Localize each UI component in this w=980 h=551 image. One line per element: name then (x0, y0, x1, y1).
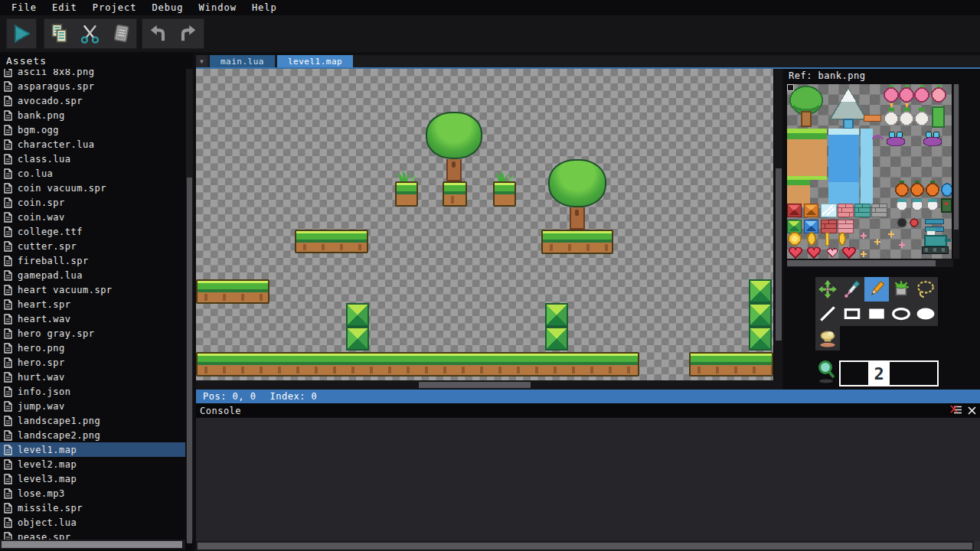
menu-help[interactable]: Help (245, 1, 284, 15)
tileset-viewport[interactable] (787, 84, 952, 259)
scrollbar-corner (974, 541, 980, 551)
asset-item[interactable]: asparagus.spr (0, 79, 185, 93)
asset-item-label: jump.wav (18, 401, 65, 412)
asset-item[interactable]: heart vacuum.spr (0, 282, 185, 297)
tileset-image[interactable] (787, 84, 952, 259)
tileset-horizontal-scrollbar[interactable] (787, 259, 953, 267)
asset-item[interactable]: heart.spr (0, 297, 185, 311)
asset-item[interactable]: college.ttf (0, 224, 185, 239)
tab-list-dropdown[interactable]: ▼ (196, 55, 207, 67)
asset-item[interactable]: coin.spr (0, 195, 185, 210)
lasso-icon (916, 279, 936, 299)
asset-item[interactable]: object.lua (0, 515, 185, 530)
asset-item[interactable]: landscape1.png (0, 413, 185, 428)
asset-item[interactable]: info.json (0, 384, 185, 399)
zoom-box-left-segment[interactable] (841, 362, 868, 385)
assets-vertical-scrollbar[interactable] (186, 69, 193, 540)
tool-ellipse-filled[interactable] (913, 302, 938, 326)
map-canvas[interactable] (196, 69, 773, 380)
paste-button[interactable] (106, 18, 136, 49)
file-icon (4, 357, 12, 368)
tool-line[interactable] (815, 302, 840, 326)
asset-item[interactable]: hero gray.spr (0, 326, 185, 341)
asset-item[interactable]: avocado.spr (0, 93, 185, 108)
tab-main-lua[interactable]: main.lua (210, 55, 275, 67)
asset-item-label: landscape2.png (18, 430, 100, 441)
asset-item[interactable]: level3.map (0, 471, 185, 486)
asset-item[interactable]: hero.spr (0, 355, 185, 370)
console-horizontal-scrollbar-thumb[interactable] (198, 543, 972, 549)
reference-panel: Ref: bank.png (785, 69, 980, 390)
tileset-vertical-scrollbar-thumb[interactable] (954, 84, 959, 230)
asset-item[interactable]: jump.wav (0, 399, 185, 413)
assets-horizontal-scrollbar-thumb[interactable] (2, 541, 182, 548)
canvas-vertical-scrollbar[interactable] (775, 69, 782, 380)
asset-item[interactable]: missile.spr (0, 500, 185, 515)
menu-edit[interactable]: Edit (45, 1, 84, 15)
tab-level1-map[interactable]: level1.map (277, 55, 353, 67)
copy-button[interactable] (44, 18, 75, 49)
asset-item[interactable]: bgm.ogg (0, 122, 185, 137)
asset-item[interactable]: landscape2.png (0, 428, 185, 442)
edit-button-group (44, 18, 137, 49)
asset-item[interactable]: hero.png (0, 341, 185, 355)
tool-eyedropper[interactable] (840, 277, 864, 302)
assets-vertical-scrollbar-thumb[interactable] (187, 178, 192, 543)
tile-cursor (787, 84, 794, 91)
asset-item[interactable]: level1.map (0, 442, 185, 457)
stamp-icon (818, 328, 838, 348)
file-icon (4, 125, 12, 135)
file-icon (4, 416, 12, 426)
tool-move[interactable] (815, 277, 840, 302)
undo-button[interactable] (142, 18, 173, 49)
tileset-horizontal-scrollbar-thumb[interactable] (787, 260, 936, 266)
asset-item[interactable]: character.lua (0, 137, 185, 152)
canvas-vertical-scrollbar-thumb[interactable] (776, 168, 782, 341)
asset-item[interactable]: cutter.spr (0, 239, 185, 253)
asset-item[interactable]: coin.wav (0, 210, 185, 224)
asset-item[interactable]: lose.mp3 (0, 486, 185, 500)
asset-item[interactable]: hurt.wav (0, 370, 185, 384)
tool-rect-filled[interactable] (864, 302, 889, 326)
asset-item-label: hero.png (18, 343, 65, 354)
asset-item[interactable]: bank.png (0, 108, 185, 122)
tool-ellipse-outline[interactable] (889, 302, 913, 326)
assets-horizontal-scrollbar[interactable] (0, 540, 185, 549)
zoom-level-box[interactable]: 2 (839, 360, 939, 386)
redo-button[interactable] (173, 18, 204, 49)
asset-item[interactable]: level2.map (0, 457, 185, 471)
asset-item[interactable]: co.lua (0, 166, 185, 181)
clear-log-icon[interactable] (950, 405, 962, 416)
asset-item[interactable]: heart.wav (0, 311, 185, 326)
canvas-horizontal-scrollbar-thumb[interactable] (419, 382, 531, 388)
tool-fill-bucket[interactable] (889, 277, 913, 302)
asset-item[interactable]: coin vacuum.spr (0, 181, 185, 195)
tab-bar: ▼ main.lua level1.map (196, 55, 980, 69)
asset-item-label: heart vacuum.spr (18, 285, 113, 295)
menu-debug[interactable]: Debug (145, 1, 190, 15)
file-icon (4, 154, 12, 165)
tool-lasso[interactable] (913, 277, 938, 302)
menu-window[interactable]: Window (192, 1, 243, 15)
asset-item[interactable]: fireball.spr (0, 253, 185, 268)
canvas-horizontal-scrollbar[interactable] (196, 380, 782, 390)
cut-button[interactable] (75, 18, 106, 49)
asset-item-label: lose.mp3 (18, 488, 65, 499)
file-icon (4, 430, 12, 441)
tileset-vertical-scrollbar[interactable] (953, 84, 959, 259)
menu-file[interactable]: File (5, 1, 44, 15)
tool-rect-outline[interactable] (840, 302, 864, 326)
asset-item-label: heart.spr (18, 299, 71, 310)
asset-item[interactable]: class.lua (0, 152, 185, 166)
tool-stamp[interactable] (815, 326, 840, 350)
console-horizontal-scrollbar[interactable] (196, 541, 980, 551)
tuft-sprite (493, 170, 516, 207)
zoom-magnifier-icon[interactable] (816, 360, 839, 384)
menu-project[interactable]: Project (86, 1, 144, 15)
close-console-icon[interactable] (967, 406, 977, 416)
asset-item-label: asparagus.spr (18, 81, 94, 92)
run-button[interactable] (6, 18, 37, 49)
asset-item[interactable]: gamepad.lua (0, 268, 185, 282)
tool-pencil[interactable] (864, 277, 889, 302)
asset-item-label: missile.spr (18, 503, 83, 514)
